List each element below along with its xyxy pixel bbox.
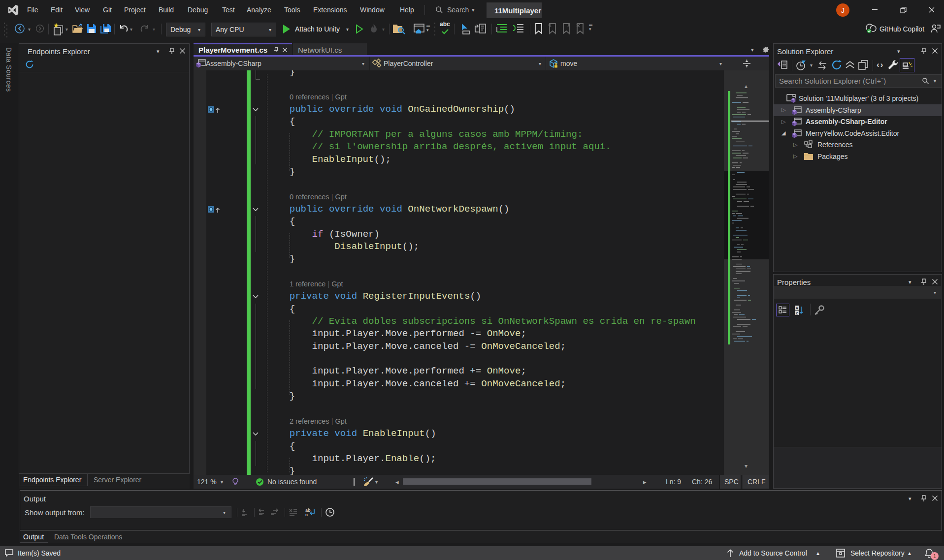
svg-text:c: c: [305, 512, 308, 517]
svg-text:Z: Z: [796, 311, 798, 315]
svg-text:A: A: [796, 306, 799, 311]
